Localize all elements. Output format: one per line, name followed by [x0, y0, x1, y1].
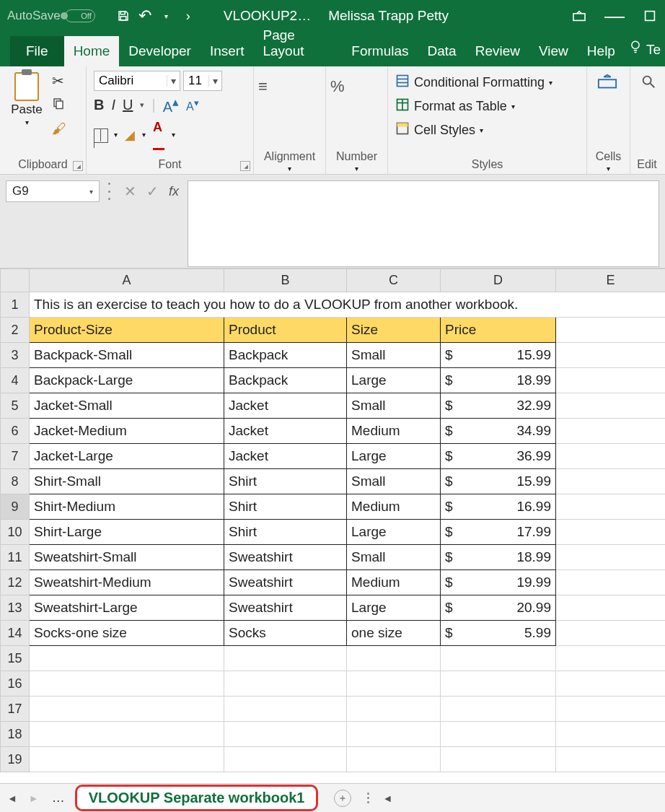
cell-E4[interactable]	[556, 368, 666, 393]
row-header-4[interactable]: 4	[1, 368, 30, 393]
cell-E11[interactable]	[556, 545, 666, 570]
autosave-toggle[interactable]: Off	[65, 9, 95, 22]
cell-D17[interactable]	[441, 697, 556, 722]
cell-A9[interactable]: Shirt-Medium	[30, 494, 224, 520]
cell-C18[interactable]	[347, 722, 441, 747]
col-header-C[interactable]: C	[347, 269, 441, 292]
cell-E9[interactable]	[556, 494, 666, 520]
chevron-down-icon[interactable]: ▾	[167, 75, 180, 87]
cell-D8[interactable]: $15.99	[441, 469, 556, 494]
cell-D3[interactable]: $15.99	[441, 343, 556, 368]
sheet-tab-active[interactable]: VLOOKUP Separate workbook1	[75, 785, 319, 811]
cell-C5[interactable]: Small	[347, 393, 441, 419]
cell-E14[interactable]	[556, 621, 666, 646]
row-header-6[interactable]: 6	[1, 419, 30, 444]
cell-C4[interactable]: Large	[347, 368, 441, 393]
cell-B11[interactable]: Sweatshirt	[224, 545, 347, 570]
cell-B5[interactable]: Jacket	[224, 393, 347, 419]
cell-D14[interactable]: $5.99	[441, 621, 556, 646]
clipboard-dialog-launcher[interactable]	[73, 161, 83, 171]
cell-A18[interactable]	[30, 722, 224, 747]
tab-page-layout[interactable]: Page Layout	[253, 20, 342, 66]
cell-C19[interactable]	[347, 747, 441, 772]
alignment-icon[interactable]: ≡	[258, 74, 268, 100]
cell-D10[interactable]: $17.99	[441, 520, 556, 545]
chevron-down-icon[interactable]: ▾	[549, 79, 552, 87]
underline-dropdown-icon[interactable]: ▾	[140, 100, 144, 110]
col-header-B[interactable]: B	[224, 269, 347, 292]
cell-E18[interactable]	[556, 722, 666, 747]
cell-A5[interactable]: Jacket-Small	[30, 393, 224, 419]
cell-B10[interactable]: Shirt	[224, 520, 347, 545]
cell-A7[interactable]: Jacket-Large	[30, 444, 224, 469]
name-box-dropdown-icon[interactable]: ▾	[89, 188, 93, 196]
cell-header-0[interactable]: Product-Size	[30, 318, 224, 343]
row-header-16[interactable]: 16	[1, 671, 30, 697]
chevron-down-icon[interactable]: ▾	[208, 75, 221, 87]
shrink-font-icon[interactable]: A▾	[186, 97, 199, 113]
cell-A16[interactable]	[30, 671, 224, 697]
font-dialog-launcher[interactable]	[240, 161, 250, 171]
col-header-A[interactable]: A	[30, 269, 224, 292]
cell-A3[interactable]: Backpack-Small	[30, 343, 224, 368]
new-sheet-button[interactable]: ＋	[334, 790, 351, 807]
cell-header-2[interactable]: Size	[347, 318, 441, 343]
cell-B4[interactable]: Backpack	[224, 368, 347, 393]
minimize-button[interactable]: —	[604, 4, 625, 27]
cell-D18[interactable]	[441, 722, 556, 747]
cell-B19[interactable]	[224, 747, 347, 772]
format-as-table-button[interactable]: Format as Table ▾	[395, 97, 552, 115]
cell-B16[interactable]	[224, 671, 347, 697]
cell-A14[interactable]: Socks-one size	[30, 621, 224, 646]
cell-D13[interactable]: $20.99	[441, 595, 556, 621]
italic-button[interactable]: I	[111, 97, 115, 113]
cell-C8[interactable]: Small	[347, 469, 441, 494]
cell-C9[interactable]: Medium	[347, 494, 441, 520]
cell-E12[interactable]	[556, 570, 666, 595]
cell-C11[interactable]: Small	[347, 545, 441, 570]
cell-D19[interactable]	[441, 747, 556, 772]
enter-icon[interactable]: ✓	[146, 183, 159, 200]
cell-E13[interactable]	[556, 595, 666, 621]
cell-C16[interactable]	[347, 671, 441, 697]
conditional-formatting-button[interactable]: Conditional Formatting ▾	[395, 74, 552, 92]
font-color-dropdown-icon[interactable]: ▾	[172, 131, 175, 139]
undo-dropdown-icon[interactable]: ▾	[159, 8, 175, 24]
name-box[interactable]: G9 ▾	[6, 180, 100, 202]
row-header-14[interactable]: 14	[1, 621, 30, 646]
row-header-15[interactable]: 15	[1, 646, 30, 671]
row-header-2[interactable]: 2	[1, 318, 30, 343]
font-size-combo[interactable]: ▾	[183, 71, 222, 91]
cell-B9[interactable]: Shirt	[224, 494, 347, 520]
font-size-input[interactable]	[184, 74, 208, 88]
row-header-10[interactable]: 10	[1, 520, 30, 545]
cell-E8[interactable]	[556, 469, 666, 494]
tab-home[interactable]: Home	[64, 36, 120, 66]
tab-insert[interactable]: Insert	[201, 36, 254, 66]
cell-E10[interactable]	[556, 520, 666, 545]
cell-D9[interactable]: $16.99	[441, 494, 556, 520]
format-painter-icon[interactable]: 🖌	[52, 121, 66, 137]
cell-A11[interactable]: Sweatshirt-Small	[30, 545, 224, 570]
paste-dropdown-icon[interactable]: ▾	[25, 118, 29, 126]
autosave[interactable]: AutoSave Off	[7, 9, 95, 23]
tab-review[interactable]: Review	[466, 36, 529, 66]
cell-A19[interactable]	[30, 747, 224, 772]
row-header-11[interactable]: 11	[1, 545, 30, 570]
cell-B8[interactable]: Shirt	[224, 469, 347, 494]
editing-label[interactable]: Edit	[635, 158, 659, 173]
cell-A17[interactable]	[30, 697, 224, 722]
cell-styles-button[interactable]: Cell Styles ▾	[395, 121, 552, 139]
cell-B12[interactable]: Sweatshirt	[224, 570, 347, 595]
hscroll-left-icon[interactable]: ◄	[382, 793, 392, 804]
alignment-label[interactable]: Alignment	[258, 150, 321, 165]
cell-B6[interactable]: Jacket	[224, 419, 347, 444]
cell-C6[interactable]: Medium	[347, 419, 441, 444]
cell-C7[interactable]: Large	[347, 444, 441, 469]
font-color-icon[interactable]: A	[153, 120, 164, 150]
cell-A1[interactable]: This is an exercise to teach you how to …	[30, 292, 666, 318]
borders-icon[interactable]	[94, 128, 107, 141]
cell-A8[interactable]: Shirt-Small	[30, 469, 224, 494]
fill-color-icon[interactable]: ◢	[125, 127, 135, 143]
tab-help[interactable]: Help	[578, 36, 625, 66]
